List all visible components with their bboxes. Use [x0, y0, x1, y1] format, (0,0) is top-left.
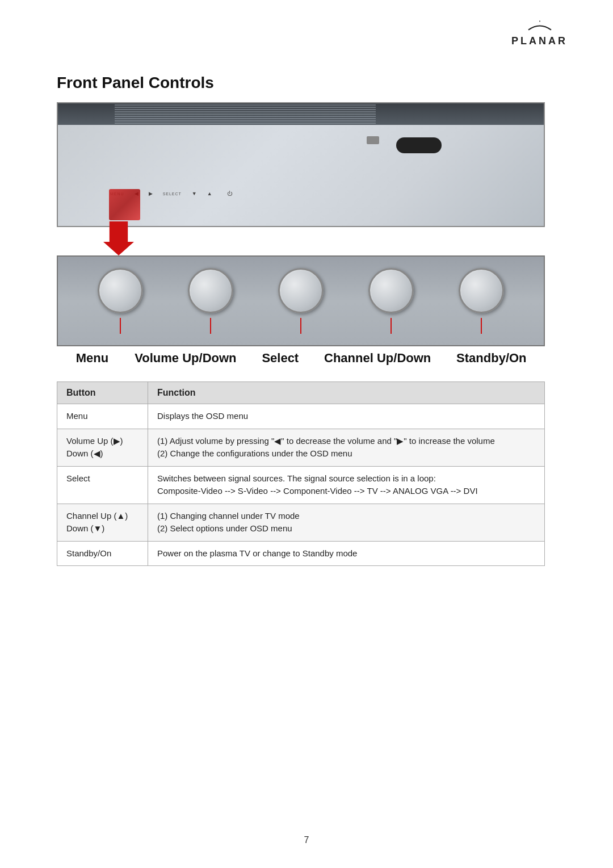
photo-indicator [367, 136, 379, 144]
photo-sensor [396, 137, 442, 153]
device-photo: MENU ◀ ▶ SELECT ▼ ▲ ⏻ [57, 102, 545, 227]
table-header-button: Button [57, 382, 148, 404]
circle-button-standby [459, 268, 504, 313]
label-menu: Menu [75, 351, 109, 366]
panel-button-volume [188, 268, 233, 334]
button-panel [57, 255, 545, 346]
table-cell-function-1: (1) Adjust volume by pressing "◀" to dec… [148, 429, 545, 466]
photo-down-arrow: ▼ [192, 191, 197, 196]
circle-button-channel [368, 268, 414, 313]
table-cell-button-0: Menu [57, 404, 148, 429]
photo-top-bar [58, 103, 544, 125]
panel-line-standby [481, 318, 482, 334]
panel-line-menu [120, 318, 121, 334]
table-cell-button-3: Channel Up (▲)Down (▼) [57, 504, 148, 541]
label-standby: Standby/On [456, 351, 526, 366]
photo-power-icon: ⏻ [227, 191, 232, 196]
photo-up-arrow: ▲ [207, 191, 212, 196]
table-header-function: Function [148, 382, 545, 404]
label-channel: Channel Up/Down [324, 351, 431, 366]
photo-select-label: SELECT [163, 192, 182, 196]
page-number: 7 [304, 835, 309, 845]
photo-right-arrow: ▶ [149, 191, 153, 196]
label-select: Select [262, 351, 299, 366]
table-cell-button-1: Volume Up (▶)Down (◀) [57, 429, 148, 466]
panel-button-menu [98, 268, 143, 334]
photo-red-region [109, 189, 140, 220]
photo-lines [115, 103, 376, 125]
panel-line-channel [391, 318, 392, 334]
table-cell-function-4: Power on the plasma TV or change to Stan… [148, 541, 545, 566]
logo-area: PLANAR [511, 20, 568, 47]
button-labels-row: Menu Volume Up/Down Select Channel Up/Do… [57, 346, 545, 366]
circle-button-select [278, 268, 324, 313]
function-table: Button Function MenuDisplays the OSD men… [57, 381, 545, 566]
label-volume: Volume Up/Down [135, 351, 236, 366]
table-cell-function-2: Switches between signal sources. The sig… [148, 466, 545, 504]
logo-text: PLANAR [511, 35, 568, 47]
panel-button-select [278, 268, 324, 334]
circle-button-volume [188, 268, 233, 313]
page-title: Front Panel Controls [57, 74, 568, 92]
table-cell-function-3: (1) Changing channel under TV mode(2) Se… [148, 504, 545, 541]
planar-logo-icon [526, 20, 553, 33]
table-cell-button-2: Select [57, 466, 148, 504]
panel-line-select [300, 318, 301, 334]
circle-button-menu [98, 268, 143, 313]
table-cell-button-4: Standby/On [57, 541, 148, 566]
panel-button-standby [459, 268, 504, 334]
table-cell-function-0: Displays the OSD menu [148, 404, 545, 429]
panel-button-channel [368, 268, 414, 334]
panel-line-volume [210, 318, 211, 334]
